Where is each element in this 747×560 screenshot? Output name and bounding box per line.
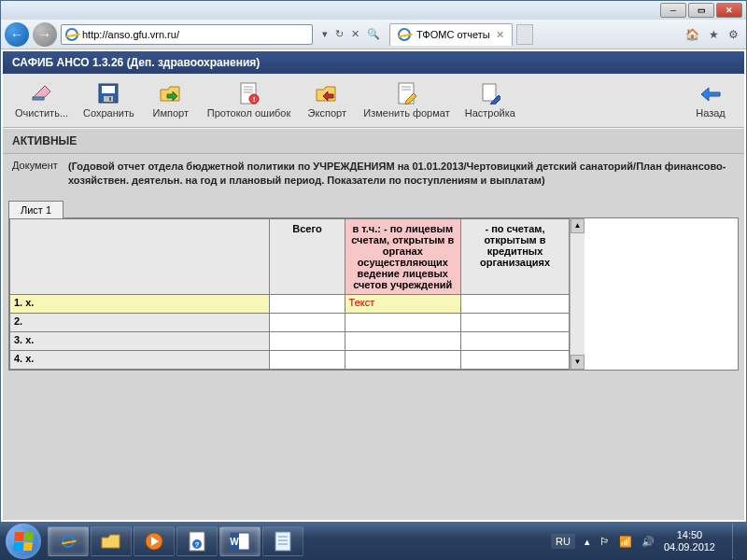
folder-import-icon <box>158 82 184 105</box>
taskbar-notepad[interactable] <box>262 526 303 556</box>
scroll-down-icon[interactable]: ▼ <box>571 355 585 370</box>
scroll-track[interactable] <box>571 233 585 355</box>
export-button[interactable]: Экспорт <box>299 77 355 123</box>
clock-time: 14:50 <box>664 529 715 541</box>
taskbar-mediaplayer[interactable] <box>134 526 175 556</box>
show-desktop-button[interactable] <box>732 524 741 559</box>
cell[interactable] <box>345 313 460 331</box>
start-button[interactable] <box>6 524 41 559</box>
error-protocol-button[interactable]: ! Протокол ошибок <box>201 77 298 123</box>
tab-close-icon[interactable]: ✕ <box>496 29 504 41</box>
table-row[interactable]: 3. x. <box>10 331 570 350</box>
cell[interactable] <box>460 313 569 331</box>
volume-icon[interactable]: 🔊 <box>641 536 655 548</box>
new-tab-button[interactable] <box>516 24 533 45</box>
btn-label: Протокол ошибок <box>207 107 291 119</box>
taskbar-explorer[interactable] <box>91 526 132 556</box>
btn-label: Назад <box>696 107 726 119</box>
sheet-tabs: Лист 1 <box>3 198 744 217</box>
clear-button[interactable]: Очистить... <box>8 77 75 123</box>
window-maximize-button[interactable]: ▭ <box>688 3 714 18</box>
import-button[interactable]: Импорт <box>143 77 199 123</box>
row-header[interactable]: 4. x. <box>10 350 270 369</box>
document-warning-icon: ! <box>236 82 262 105</box>
ie-icon <box>398 28 411 41</box>
app-area: САФИБ АНСО 1.3.26 (Деп. здравоохранения)… <box>3 51 744 520</box>
settings-button[interactable]: Настройка <box>458 77 522 123</box>
cell[interactable] <box>270 350 345 369</box>
system-tray: RU ▴ 🏳 📶 🔊 14:50 04.09.2012 <box>551 524 741 559</box>
browser-tab[interactable]: ТФОМС отчеты ✕ <box>389 23 513 46</box>
cell[interactable] <box>270 294 345 313</box>
scroll-up-icon[interactable]: ▲ <box>571 218 585 233</box>
url-text: http://anso.gfu.vrn.ru/ <box>82 29 179 40</box>
tab-title: ТФОМС отчеты <box>416 29 490 40</box>
stop-icon[interactable]: ✕ <box>351 28 359 40</box>
change-format-button[interactable]: Изменить формат <box>357 77 456 123</box>
address-bar[interactable]: http://anso.gfu.vrn.ru/ <box>61 24 313 45</box>
document-label: Документ <box>12 160 68 189</box>
folder-icon <box>101 533 121 550</box>
svg-rect-24 <box>275 532 290 551</box>
settings-icon <box>477 82 503 105</box>
language-indicator[interactable]: RU <box>551 534 575 549</box>
floppy-icon <box>95 82 121 105</box>
cell[interactable] <box>460 331 569 350</box>
ie-icon <box>62 535 75 548</box>
favorites-icon[interactable]: ★ <box>709 28 719 41</box>
window-close-button[interactable]: ✕ <box>716 3 742 18</box>
nav-back-button[interactable]: ← <box>5 22 29 47</box>
btn-label: Очистить... <box>15 107 68 119</box>
taskbar-word[interactable]: W <box>219 526 261 556</box>
col-header-accounts-credit-orgs[interactable]: - по счетам, открытым в кредитных органи… <box>460 218 569 294</box>
btn-label: Настройка <box>465 107 515 119</box>
table-row[interactable]: 1. x. Текст <box>10 294 570 313</box>
cell[interactable] <box>270 331 345 350</box>
refresh-icon[interactable]: ↻ <box>335 28 344 40</box>
svg-text:?: ? <box>195 540 200 549</box>
cell[interactable] <box>345 350 460 369</box>
col-header-accounts-authorities[interactable]: в т.ч.: - по лицевым счетам, открытым в … <box>345 218 460 294</box>
taskbar-ie[interactable] <box>48 526 89 556</box>
save-button[interactable]: Сохранить <box>77 77 141 123</box>
sheet-tab-1[interactable]: Лист 1 <box>8 201 63 218</box>
nav-forward-button[interactable]: → <box>33 22 57 47</box>
flag-icon[interactable]: 🏳 <box>599 536 610 547</box>
search-icon[interactable]: 🔍 <box>367 28 380 40</box>
dropdown-icon[interactable]: ▾ <box>322 28 328 40</box>
cell[interactable] <box>460 294 569 313</box>
media-icon <box>145 532 163 551</box>
tools-icon[interactable]: ⚙ <box>728 28 739 41</box>
home-icon[interactable]: 🏠 <box>685 28 699 41</box>
row-header[interactable]: 2. <box>10 313 270 331</box>
browser-window: ─ ▭ ✕ ← → http://anso.gfu.vrn.ru/ ▾ ↻ ✕ … <box>0 0 747 523</box>
col-header-total[interactable]: Всего <box>270 218 345 294</box>
window-minimize-button[interactable]: ─ <box>660 3 686 18</box>
back-button[interactable]: Назад <box>683 77 739 123</box>
cell[interactable] <box>345 331 460 350</box>
btn-label: Сохранить <box>83 107 134 119</box>
vertical-scrollbar[interactable]: ▲ ▼ <box>570 218 585 370</box>
cell[interactable] <box>270 313 345 331</box>
svg-rect-3 <box>102 86 115 93</box>
tray-up-icon[interactable]: ▴ <box>585 536 590 548</box>
data-grid[interactable]: Всего в т.ч.: - по лицевым счетам, откры… <box>9 218 570 370</box>
clock[interactable]: 14:50 04.09.2012 <box>664 529 719 553</box>
btn-label: Изменить формат <box>363 107 449 119</box>
svg-rect-5 <box>109 97 111 101</box>
taskbar-help[interactable]: ? <box>176 526 218 556</box>
active-cell[interactable]: Текст <box>345 294 460 313</box>
browser-navbar: ← → http://anso.gfu.vrn.ru/ ▾ ↻ ✕ 🔍 ТФОМ… <box>1 20 746 49</box>
svg-rect-1 <box>33 97 44 100</box>
app-toolbar: Очистить... Сохранить Импорт ! Протокол … <box>3 74 744 128</box>
cell[interactable] <box>460 350 569 369</box>
network-icon[interactable]: 📶 <box>619 536 632 548</box>
table-row[interactable]: 2. <box>10 313 570 331</box>
row-header[interactable]: 1. x. <box>10 294 270 313</box>
svg-text:!: ! <box>252 95 255 104</box>
grid-right-panel <box>585 218 738 370</box>
row-header[interactable]: 3. x. <box>10 331 270 350</box>
col-header-0[interactable] <box>10 218 270 294</box>
table-row[interactable]: 4. x. <box>10 350 570 369</box>
window-titlebar: ─ ▭ ✕ <box>1 1 746 20</box>
